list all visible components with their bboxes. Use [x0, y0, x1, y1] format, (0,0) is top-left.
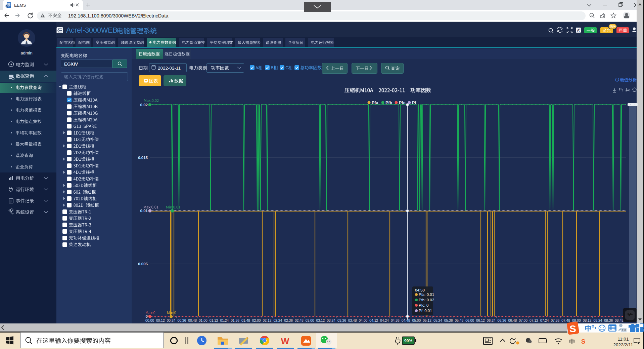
svg-text:00:12: 00:12	[156, 319, 165, 322]
svg-text:Pf: 0.01: Pf: 0.01	[419, 309, 432, 313]
svg-text:08:24: 08:24	[594, 319, 602, 322]
svg-text:04:50: 04:50	[415, 288, 425, 292]
svg-text:04:12: 04:12	[369, 319, 378, 322]
svg-text:1:8: 1:8	[622, 328, 626, 332]
svg-text:Pfc: Pfc	[399, 101, 406, 105]
svg-text:Pfb: 0.02: Pfb: 0.02	[419, 298, 434, 302]
svg-text:Pfa: 0.01: Pfa: 0.01	[419, 293, 434, 297]
svg-text:11:01: 11:01	[618, 337, 629, 342]
svg-text:Pf: Pf	[412, 101, 416, 105]
svg-text:00:36: 00:36	[177, 319, 186, 322]
svg-text:03:12: 03:12	[316, 319, 325, 322]
svg-text:01:36: 01:36	[231, 319, 239, 322]
svg-text:99%: 99%	[404, 339, 412, 343]
svg-text:03:48: 03:48	[348, 319, 357, 322]
svg-text:S: S	[569, 323, 576, 334]
svg-text:04:48: 04:48	[402, 319, 410, 322]
svg-text:07:00: 07:00	[519, 319, 527, 322]
svg-text:0.015: 0.015	[138, 156, 148, 160]
svg-text:0: 0	[146, 314, 148, 318]
svg-text:04:00: 04:00	[359, 319, 368, 322]
svg-text:Pfc: 0: Pfc: 0	[419, 303, 428, 307]
svg-text:02:36: 02:36	[284, 319, 293, 322]
svg-text:Acrel-3000WEB: Acrel-3000WEB	[66, 26, 118, 34]
svg-text:Pfb: Pfb	[385, 101, 393, 105]
svg-text:05:12: 05:12	[423, 319, 431, 322]
svg-text:0.02: 0.02	[140, 103, 148, 107]
svg-text:08:12: 08:12	[583, 319, 592, 322]
svg-text:00:00: 00:00	[145, 319, 154, 322]
svg-text:2022/2/11: 2022/2/11	[613, 342, 633, 347]
svg-text:05:48: 05:48	[455, 319, 464, 322]
svg-text:00:24: 00:24	[167, 319, 176, 322]
svg-text:EEMS: EEMS	[14, 3, 26, 8]
svg-text:06:24: 06:24	[487, 319, 496, 322]
svg-text:07:36: 07:36	[551, 319, 559, 322]
svg-text:05:36: 05:36	[444, 319, 453, 322]
svg-text:07:12: 07:12	[530, 319, 538, 322]
svg-text:0.01: 0.01	[140, 209, 148, 213]
svg-text:05:00: 05:00	[412, 319, 421, 322]
svg-text:02:00: 02:00	[252, 319, 261, 322]
svg-text:admin: admin	[20, 50, 32, 55]
svg-text:192.168.1.100:8090/3000WEBV2/E: 192.168.1.100:8090/3000WEBV2/ElectricDat…	[68, 13, 169, 18]
svg-text:03:24: 03:24	[327, 319, 335, 322]
svg-text:Pfa: Pfa	[372, 101, 379, 105]
svg-text:02:48: 02:48	[295, 319, 304, 322]
svg-text:01:24: 01:24	[220, 319, 229, 322]
svg-text:02:12: 02:12	[263, 319, 272, 322]
svg-text:i: i	[617, 79, 617, 82]
svg-text:06:48: 06:48	[508, 319, 517, 322]
svg-text:06:12: 06:12	[476, 319, 485, 322]
svg-text:00:48: 00:48	[188, 319, 197, 322]
svg-text:01:00: 01:00	[199, 319, 208, 322]
svg-text:03:36: 03:36	[337, 319, 346, 322]
svg-text:S: S	[581, 338, 586, 345]
svg-text:06:36: 06:36	[498, 319, 506, 322]
svg-text:07:24: 07:24	[540, 319, 549, 322]
svg-text:04:24: 04:24	[380, 319, 389, 322]
svg-text:04:36: 04:36	[391, 319, 400, 322]
svg-text:08:48: 08:48	[615, 319, 624, 322]
svg-text:05:24: 05:24	[433, 319, 442, 322]
svg-text:99+: 99+	[610, 25, 616, 28]
svg-text:08:36: 08:36	[604, 319, 613, 322]
svg-text:02:24: 02:24	[273, 319, 282, 322]
svg-text:W: W	[281, 336, 289, 346]
svg-text:2022-02-11: 2022-02-11	[158, 66, 181, 71]
svg-text:EGXIV: EGXIV	[64, 62, 78, 67]
svg-text:01:48: 01:48	[241, 319, 250, 322]
svg-text:0.005: 0.005	[138, 262, 148, 266]
svg-text:z: z	[580, 28, 581, 30]
svg-text:03:00: 03:00	[306, 319, 314, 322]
svg-text:06:00: 06:00	[465, 319, 474, 322]
svg-text:01:12: 01:12	[210, 319, 218, 322]
svg-text:07:48: 07:48	[561, 319, 570, 322]
